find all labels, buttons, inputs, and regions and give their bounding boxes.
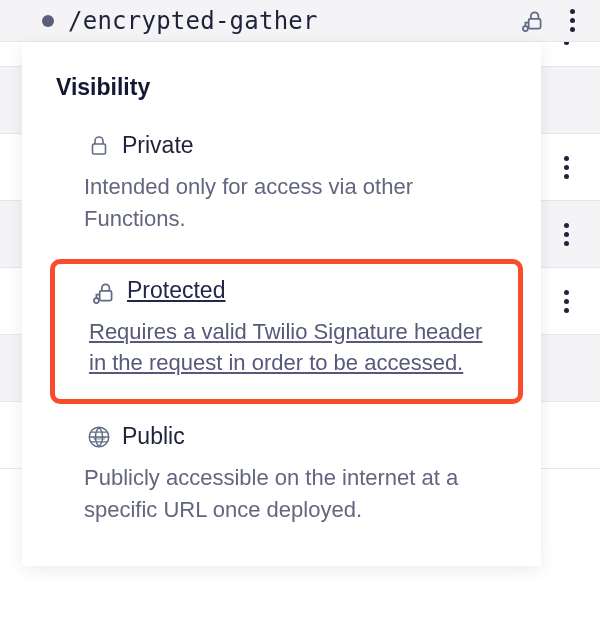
protected-icon [520,8,546,34]
selected-function-row: /encrypted-gather [0,0,600,42]
protected-icon [89,278,119,308]
visibility-option-title: Public [122,422,507,452]
svg-rect-0 [529,18,541,28]
svg-rect-2 [93,144,106,154]
kebab-menu-button[interactable] [558,152,574,182]
visibility-option-private[interactable]: Private Intended only for access via oth… [22,123,541,251]
visibility-option-public[interactable]: www Public Publicly accessible on the in… [22,414,541,542]
svg-point-4 [94,298,99,303]
visibility-option-desc: Requires a valid Twilio Signature header… [89,316,494,380]
status-dot-icon [42,15,54,27]
svg-rect-3 [100,291,112,301]
visibility-option-protected[interactable]: Protected Requires a valid Twilio Signat… [50,259,523,405]
popover-heading: Visibility [22,64,541,123]
kebab-menu-button[interactable] [558,219,574,249]
globe-www-icon: www [84,422,114,452]
kebab-menu-button[interactable] [558,286,574,316]
lock-icon [84,131,114,161]
svg-point-1 [523,26,528,31]
visibility-option-desc: Intended only for access via other Funct… [84,171,507,235]
visibility-popover: Visibility Private Intended only for acc… [22,42,541,566]
visibility-option-title: Private [122,131,507,161]
visibility-option-desc: Publicly accessible on the internet at a… [84,462,507,526]
function-path: /encrypted-gather [68,7,520,35]
kebab-menu-button[interactable] [564,6,580,36]
svg-text:www: www [92,435,105,441]
visibility-option-title: Protected [127,276,494,306]
